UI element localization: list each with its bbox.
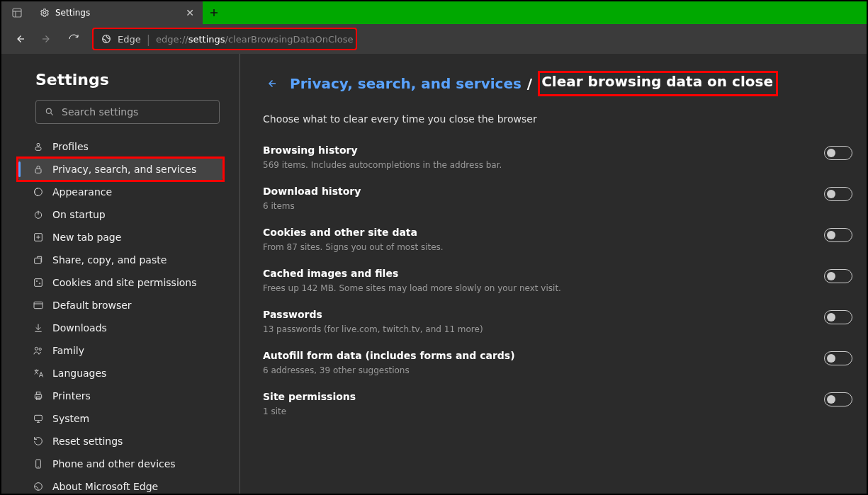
printer-icon (33, 390, 44, 402)
sidebar-item-profiles[interactable]: Profiles (18, 135, 222, 158)
sidebar-item-system[interactable]: System (18, 407, 222, 430)
app-menu-icon[interactable] (1, 1, 33, 24)
option-title: Autofill form data (includes forms and c… (263, 350, 515, 361)
option-description: 569 items. Includes autocompletions in t… (263, 160, 502, 170)
clear-option-row: Cached images and filesFrees up 142 MB. … (263, 261, 852, 302)
sidebar-item-label: Downloads (52, 322, 107, 334)
sidebar-item-privacy[interactable]: Privacy, search, and services (18, 158, 222, 181)
appearance-icon (33, 186, 44, 198)
phone-icon (33, 458, 44, 470)
toggle-switch[interactable] (824, 228, 852, 242)
clear-option-row: Download history6 items (263, 178, 852, 220)
back-button[interactable] (7, 26, 33, 52)
gear-icon (40, 8, 50, 18)
toggle-switch[interactable] (824, 310, 852, 324)
option-description: From 87 sites. Signs you out of most sit… (263, 242, 444, 252)
sidebar-item-appearance[interactable]: Appearance (18, 181, 222, 203)
sidebar-item-reset[interactable]: Reset settings (18, 430, 222, 453)
sidebar-item-label: Profiles (52, 141, 89, 152)
sidebar-item-label: Share, copy, and paste (52, 254, 167, 266)
svg-point-9 (46, 108, 51, 113)
new-tab-button[interactable] (203, 1, 225, 24)
power-icon (33, 209, 44, 220)
cookies-icon (33, 277, 44, 288)
svg-rect-12 (35, 147, 41, 151)
sidebar-item-on-startup[interactable]: On startup (18, 203, 222, 226)
tab-settings[interactable]: Settings ✕ (33, 1, 203, 24)
settings-nav: Profiles Privacy, search, and services A… (18, 135, 222, 494)
toggle-switch[interactable] (824, 146, 852, 160)
close-tab-icon[interactable]: ✕ (184, 7, 196, 18)
edge-icon (33, 481, 44, 492)
option-title: Browsing history (263, 144, 502, 156)
svg-rect-13 (35, 169, 41, 173)
settings-main: Privacy, search, and services / Clear br… (240, 54, 867, 494)
sidebar-item-languages[interactable]: Languages (18, 362, 222, 385)
breadcrumb-current: Clear browsing data on close (538, 71, 778, 96)
svg-point-22 (36, 280, 37, 281)
option-description: 6 addresses, 39 other suggestions (263, 365, 515, 375)
sidebar-item-share[interactable]: Share, copy, and paste (18, 249, 222, 271)
sidebar-item-label: Languages (52, 368, 106, 379)
edge-logo-icon (101, 33, 112, 45)
reset-icon (33, 436, 44, 447)
search-settings-input[interactable]: Search settings (35, 100, 220, 124)
address-bar[interactable]: Edge | edge://settings/clearBrowsingData… (92, 28, 357, 50)
sidebar-item-cookies[interactable]: Cookies and site permissions (18, 271, 222, 294)
tab-title: Settings (55, 8, 90, 18)
option-description: 1 site (263, 406, 356, 416)
address-url: edge://settings/clearBrowsingDataOnClose (156, 34, 353, 45)
breadcrumb-link[interactable]: Privacy, search, and services (290, 75, 522, 92)
refresh-button[interactable] (61, 26, 86, 52)
breadcrumb-separator: / (527, 75, 532, 92)
clear-option-row: Cookies and other site dataFrom 87 sites… (263, 220, 852, 261)
option-description: 13 passwords (for live.com, twitch.tv, a… (263, 324, 483, 334)
sidebar-item-printers[interactable]: Printers (18, 385, 222, 407)
option-title: Passwords (263, 309, 483, 320)
toggle-switch[interactable] (824, 392, 852, 406)
search-placeholder: Search settings (62, 106, 138, 118)
svg-point-11 (37, 143, 40, 146)
sidebar-item-label: Printers (52, 390, 91, 402)
title-bar: Settings ✕ (1, 1, 867, 24)
sidebar-item-label: System (52, 413, 89, 424)
svg-point-28 (35, 347, 38, 350)
option-title: Cookies and other site data (263, 227, 444, 238)
settings-sidebar: Settings Search settings Profiles Privac… (1, 54, 240, 494)
sidebar-item-about[interactable]: About Microsoft Edge (18, 475, 222, 494)
svg-rect-31 (36, 392, 40, 394)
sidebar-item-phone[interactable]: Phone and other devices (18, 453, 222, 475)
toggle-switch[interactable] (824, 187, 852, 201)
sidebar-item-default-browser[interactable]: Default browser (18, 294, 222, 317)
tab-strip: Settings ✕ (1, 1, 203, 24)
toggle-switch[interactable] (824, 351, 852, 365)
language-icon (33, 368, 44, 379)
clear-option-row: Site permissions1 site (263, 384, 852, 425)
option-description: Frees up 142 MB. Some sites may load mor… (263, 283, 561, 293)
svg-point-23 (39, 283, 40, 284)
clear-options-list: Browsing history569 items. Includes auto… (263, 137, 852, 425)
sidebar-item-label: Cookies and site permissions (52, 277, 197, 288)
svg-rect-0 (13, 8, 21, 17)
sidebar-item-new-tab-page[interactable]: New tab page (18, 226, 222, 249)
sidebar-item-label: Default browser (52, 300, 132, 311)
sidebar-item-family[interactable]: Family (18, 339, 222, 362)
search-icon (45, 107, 55, 117)
clear-option-row: Passwords13 passwords (for live.com, twi… (263, 302, 852, 343)
profile-icon (33, 141, 44, 152)
sidebar-item-label: Privacy, search, and services (52, 164, 196, 175)
sidebar-item-label: On startup (52, 209, 106, 220)
svg-rect-20 (35, 258, 41, 263)
svg-point-29 (39, 348, 41, 350)
sidebar-item-downloads[interactable]: Downloads (18, 317, 222, 339)
svg-rect-33 (35, 415, 43, 420)
option-title: Download history (263, 186, 361, 197)
forward-button[interactable] (34, 26, 60, 52)
download-icon (33, 322, 44, 334)
option-description: 6 items (263, 201, 361, 211)
toggle-switch[interactable] (824, 269, 852, 283)
sidebar-item-label: Phone and other devices (52, 458, 176, 470)
family-icon (33, 345, 44, 356)
breadcrumb-back-button[interactable] (263, 75, 280, 92)
new-tab-icon (33, 232, 44, 243)
